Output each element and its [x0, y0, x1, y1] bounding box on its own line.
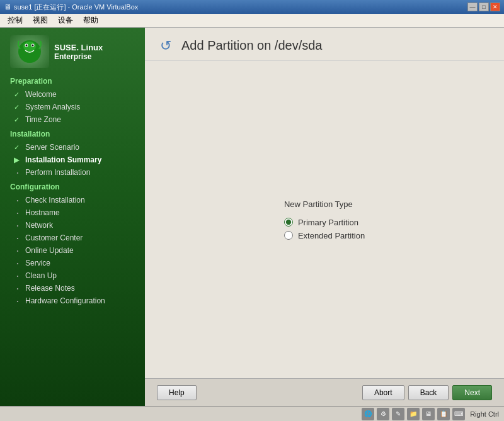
sidebar-item-welcome[interactable]: ✓ Welcome [0, 88, 145, 101]
menu-view[interactable]: 视图 [28, 14, 53, 27]
section-configuration: Configuration [0, 179, 145, 194]
sidebar-item-hostname[interactable]: • Hostname [0, 206, 145, 219]
next-button[interactable]: Next [452, 385, 492, 400]
check-icon: ✓ [14, 143, 21, 152]
sidebar-item-network[interactable]: • Network [0, 219, 145, 232]
refresh-icon: ↺ [160, 38, 175, 53]
status-icon-4: 📁 [407, 408, 420, 420]
close-button[interactable]: ✕ [490, 3, 500, 11]
help-button[interactable]: Help [157, 385, 197, 400]
arrow-icon: ▶ [14, 156, 21, 164]
primary-partition-option[interactable]: Primary Partition [284, 218, 358, 227]
title-bar-icon: 🖥 [4, 3, 11, 11]
check-icon: ✓ [14, 91, 21, 99]
menu-help[interactable]: 帮助 [78, 14, 103, 27]
dot-icon: • [14, 235, 21, 241]
content-body: New Partition Type Primary Partition Ext… [145, 61, 504, 378]
sidebar-item-check-installation[interactable]: • Check Installation [0, 194, 145, 206]
main-container: SUSE. Linux Enterprise Preparation ✓ Wel… [0, 28, 504, 406]
dot-icon: • [14, 273, 21, 279]
primary-partition-label: Primary Partition [298, 218, 358, 227]
status-icon-3: ✎ [392, 408, 404, 420]
sidebar-item-release-notes[interactable]: • Release Notes [0, 282, 145, 295]
menu-control[interactable]: 控制 [3, 14, 28, 27]
title-bar-text: suse1 [正在运行] - Oracle VM VirtualBox [14, 3, 467, 12]
dot-icon: • [14, 261, 21, 266]
svg-point-1 [23, 42, 36, 52]
extended-partition-label: Extended Partition [298, 231, 365, 240]
logo-text: SUSE. Linux Enterprise [54, 43, 103, 61]
partition-type-label: New Partition Type [284, 199, 353, 209]
title-bar: 🖥 suse1 [正在运行] - Oracle VM VirtualBox — … [0, 0, 504, 14]
extended-partition-option[interactable]: Extended Partition [284, 231, 365, 240]
back-button[interactable]: Back [408, 385, 449, 400]
dot-icon: • [14, 198, 21, 203]
sidebar-item-time-zone[interactable]: ✓ Time Zone [0, 113, 145, 126]
logo-line2: Enterprise [54, 52, 103, 61]
dot-icon: • [14, 223, 21, 228]
dot-icon: • [14, 170, 21, 176]
content-area: ↺ Add Partition on /dev/sda New Partitio… [145, 28, 504, 406]
sidebar-item-server-scenario[interactable]: ✓ Server Scenario [0, 141, 145, 154]
svg-point-4 [26, 44, 28, 46]
dot-icon: • [14, 298, 21, 304]
dot-icon: • [14, 210, 21, 216]
check-icon: ✓ [14, 116, 21, 124]
extended-partition-radio[interactable] [284, 231, 293, 240]
content-header: ↺ Add Partition on /dev/sda [145, 28, 504, 61]
section-preparation: Preparation [0, 73, 145, 88]
sidebar-logo: SUSE. Linux Enterprise [0, 28, 145, 73]
right-ctrl-label: Right Ctrl [470, 410, 499, 418]
sidebar-item-customer-center[interactable]: • Customer Center [0, 232, 145, 244]
sidebar-item-online-update[interactable]: • Online Update [0, 244, 145, 257]
check-icon: ✓ [14, 103, 21, 111]
svg-point-5 [32, 44, 34, 46]
section-installation: Installation [0, 126, 145, 141]
menu-bar: 控制 视图 设备 帮助 [0, 14, 504, 28]
sidebar: SUSE. Linux Enterprise Preparation ✓ Wel… [0, 28, 145, 406]
title-bar-buttons: — □ ✕ [467, 3, 500, 11]
dot-icon: • [14, 286, 21, 291]
abort-button[interactable]: Abort [362, 385, 404, 400]
sidebar-item-clean-up[interactable]: • Clean Up [0, 269, 145, 282]
sidebar-item-installation-summary[interactable]: ▶ Installation Summary [0, 154, 145, 166]
bottom-toolbar: Help Abort Back Next [145, 378, 504, 406]
sidebar-item-hardware-configuration[interactable]: • Hardware Configuration [0, 295, 145, 307]
logo-line1: SUSE. Linux [54, 43, 103, 52]
status-icon-6: 📋 [437, 408, 450, 420]
dot-icon: • [14, 248, 21, 254]
status-icon-5: 🖥 [422, 408, 435, 420]
page-title: Add Partition on /dev/sda [181, 38, 322, 53]
status-icon-1: 🌐 [362, 408, 374, 420]
maximize-button[interactable]: □ [479, 3, 489, 11]
minimize-button[interactable]: — [467, 3, 478, 11]
status-icon-2: ⚙ [377, 408, 389, 420]
menu-devices[interactable]: 设备 [53, 14, 78, 27]
partition-type-box: New Partition Type Primary Partition Ext… [259, 181, 390, 259]
status-icon-7: ⌨ [452, 408, 465, 420]
status-bar: 🌐 ⚙ ✎ 📁 🖥 📋 ⌨ Right Ctrl [0, 406, 504, 421]
sidebar-item-perform-installation[interactable]: • Perform Installation [0, 166, 145, 179]
primary-partition-radio[interactable] [284, 218, 293, 227]
suse-logo [10, 35, 49, 68]
sidebar-item-service[interactable]: • Service [0, 257, 145, 269]
sidebar-item-system-analysis[interactable]: ✓ System Analysis [0, 101, 145, 113]
